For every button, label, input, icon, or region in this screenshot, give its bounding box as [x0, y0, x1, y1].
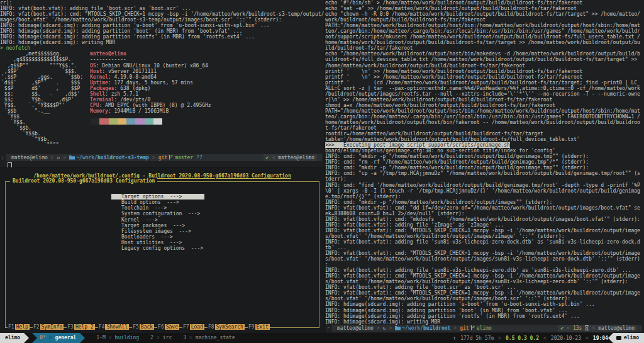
prompt-right-user: matteo@elimo [278, 155, 314, 160]
load-average: 0.5 0.3 0.2 [506, 335, 539, 341]
menuconfig-menu: Target options ---> Build options ---> T… [121, 194, 204, 251]
menu-item-toolchain[interactable]: Toolchain ---> [121, 205, 204, 211]
menu-item-build-options[interactable]: Build options ---> [121, 200, 204, 205]
separator-icon: < [543, 335, 547, 341]
git-branch-icon [470, 325, 475, 332]
system-uptime: 177d 5h 57m [460, 335, 494, 341]
pane-menuconfig[interactable]: /home/matteo/work/buildroot/.config - Bu… [0, 168, 325, 333]
separator-icon: < [272, 155, 275, 160]
separator-icon: < [586, 335, 589, 341]
menu-item-host-utilities[interactable]: Host utilities ---> [121, 240, 204, 245]
exit-status-check-icon: ✔ [266, 155, 269, 160]
menu-item-target-options[interactable]: Target options ---> [111, 194, 204, 200]
text-cursor [8, 162, 12, 167]
menu-item-filesystem-images[interactable]: Filesystem images ---> [121, 228, 204, 234]
folder-icon [395, 325, 401, 332]
neofetch-output: _,met$$$$$gg. ,g$$$$$$$$$$$$$$$P. ,g$$P"… [0, 51, 325, 152]
prompt-frame-corner: ┌ [1, 154, 4, 160]
fkey-symsearch[interactable]: F8SymSearch [208, 324, 245, 330]
fkey-load[interactable]: F7Load [182, 324, 204, 330]
neofetch-host: Host: vServer 20171111 [90, 69, 211, 74]
prompt-right-user: matteo@elimo [598, 325, 635, 331]
executed-command-line: > neofetch [0, 45, 325, 51]
separator-icon: > [389, 325, 392, 331]
powerline-arrow-icon [80, 333, 85, 343]
prompt-frame-corner: ┌ [326, 325, 330, 330]
separator-icon: > [51, 155, 54, 160]
neofetch-memory: Memory: 1944MiB / 15663MiB [90, 108, 211, 114]
separator-icon: > [377, 325, 380, 331]
git-branch-name: master [175, 155, 193, 160]
git-branch-name: elimo [477, 325, 492, 331]
monitor-icon [616, 336, 621, 340]
git-icon: git [158, 155, 167, 160]
separator-icon: < [567, 325, 570, 331]
tmux-hostname-segment: elimo [0, 333, 24, 343]
terminal-log: board/elimo/impetus/genimage.cfg:38: no … [325, 148, 644, 324]
git-icon: git [460, 325, 469, 331]
cwd-name: buildroot [423, 325, 450, 331]
fkey-back[interactable]: F5Back [132, 324, 154, 330]
neofetch-os: OS: Debian GNU/Linux 10 (buster) x86_64 [90, 63, 211, 69]
menuconfig-box-title: Buildroot 2020.08-950-g667a196d03 Config… [10, 178, 157, 184]
prompt-right-segment: ✔ < matteo@elimo [264, 154, 317, 161]
fkey-syminfo[interactable]: F2SymInfo [33, 324, 64, 330]
tmux-status-right: ↑ 177d 5h 57m < 0.5 0.3 0.2 < 2020-10-23… [453, 335, 608, 341]
neofetch-terminal: Terminal: /dev/pts/0 [90, 97, 211, 103]
separator-icon: > [453, 325, 457, 331]
tmux-status-bar: elimo 0* > general 1-M > building 2 > ir… [0, 333, 644, 343]
neofetch-user-host: matteo@elimo [90, 51, 211, 57]
tmux-window-building[interactable]: 1-M > building [96, 333, 139, 343]
git-untracked-count: ?7 [196, 155, 203, 160]
fkey-showall[interactable]: F4ShowAll [98, 324, 129, 330]
powerline-arrow-icon [608, 333, 613, 343]
pane-shell-left[interactable]: rr):INFO: vfat(boot.vfat): adding file '… [0, 0, 325, 167]
menuconfig-function-keys: F1Help F2SymInfo F3Help 2 F4ShowAll F5Ba… [8, 324, 270, 330]
terminal-color-palette [91, 118, 162, 125]
separator-icon: > [152, 155, 155, 160]
uptime-arrow-icon: ↑ [453, 335, 456, 341]
menu-item-kernel[interactable]: Kernel ---> [121, 217, 204, 223]
cwd-name: buildroot-s3-temp [97, 155, 149, 160]
fkey-help[interactable]: F1Help [8, 324, 30, 330]
session-name: elimo [624, 333, 639, 343]
debian-ascii-logo: _,met$$$$$gg. ,g$$$$$$$$$$$$$$$P. ,g$$P"… [1, 51, 83, 148]
status-date: 2020-10-23 [551, 335, 581, 341]
prompt-char: > [0, 45, 3, 51]
separator-icon: > [63, 155, 66, 160]
separator-icon: < [498, 335, 501, 341]
status-time: 19:04 [593, 335, 608, 341]
fkey-exit[interactable]: F9Exit [248, 324, 270, 330]
tmux-window-irc[interactable]: 2 > irc [150, 333, 172, 343]
pane-shell-right[interactable]: echo '#!/bin/sh' > /home/matteo/work/bui… [325, 0, 644, 333]
git-branch-icon [169, 155, 173, 161]
command-duration: 13s [573, 325, 582, 331]
terminal-log: echo '#!/bin/sh' > /home/matteo/work/bui… [325, 0, 644, 142]
exit-status-check-icon: ✔ [560, 325, 564, 331]
menu-item-legacy-config-options[interactable]: Legacy config options ---> [121, 245, 204, 251]
zsh-prompt-bar-left: matteo@elimo > ↻ > ~/work/buildroot-s3-t… [6, 154, 322, 161]
tmux-window-machine-state[interactable]: 3 > machine_state [183, 333, 235, 343]
prompt-user: matteo@elimo [337, 325, 374, 331]
cwd-prefix: ~/work/ [402, 325, 423, 331]
zsh-prompt-bar-right: matteo@elimo > ↻ > ~/work/buildroot > gi… [332, 325, 642, 332]
neofetch-kernel: Kernel: 4.19.0-8-amd64 [90, 74, 211, 80]
neofetch-info: matteo@elimo ------------ OS: Debian GNU… [90, 51, 211, 114]
refresh-icon: ↻ [383, 325, 386, 331]
menu-item-system-configuration[interactable]: System configuration ---> [121, 211, 204, 216]
menu-item-target-packages[interactable]: Target packages ---> [121, 223, 204, 228]
cwd-prefix: ~/work/ [76, 155, 97, 160]
separator-icon: < [592, 325, 595, 331]
neofetch-shell: Shell: zsh 5.7.1 [90, 91, 211, 97]
terminal-log: rr):INFO: vfat(boot.vfat): adding file '… [0, 0, 325, 45]
tmux-window-general[interactable]: 0* > general [32, 333, 80, 343]
buildroot-stage-banner: >>> Executing post-image script support/… [325, 142, 510, 148]
fkey-save[interactable]: F6Save [157, 324, 179, 330]
menu-item-bootloaders[interactable]: Bootloaders ---> [121, 234, 204, 240]
neofetch-separator: ------------ [90, 57, 211, 62]
prompt-user: matteo@elimo [11, 155, 48, 160]
tmux-screen: rr):INFO: vfat(boot.vfat): adding file '… [0, 0, 644, 343]
powerline-arrow-icon [24, 333, 29, 343]
fkey-help2[interactable]: F3Help 2 [67, 324, 95, 330]
folder-icon [69, 155, 75, 161]
